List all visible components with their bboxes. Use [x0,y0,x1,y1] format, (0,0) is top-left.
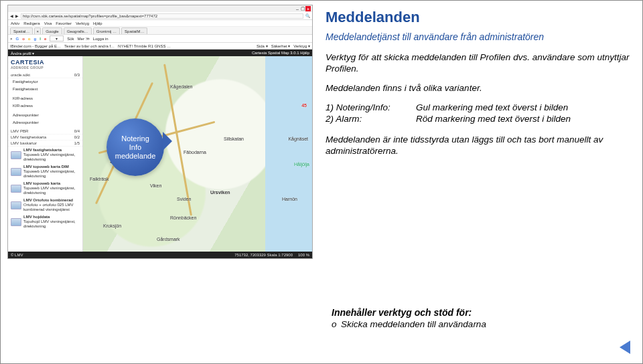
menu-redigera[interactable]: Redigera [23,21,40,25]
map-label-45: 45 [301,103,307,108]
fav-nyhet[interactable]: NYHET! Trimble R1 GNSS … [118,44,171,48]
search-button[interactable]: Sök [67,37,74,41]
sidebar-item-fastighetstext[interactable]: Fastighetstext [8,86,82,93]
sidebar: CARTESIA ADDNODE GROUP oracle.sökt0/3 Fa… [8,56,83,252]
callout-line1: Notering [121,134,149,143]
mer-button[interactable]: Mer ≫ [78,36,90,41]
sidebar-lmv-baskartor[interactable]: LMV baskartor1/5 [8,141,82,147]
fav-ibinder[interactable]: IBinder.com - Bygger på E… [10,44,61,48]
map-label-ursviken: Ursviken [210,190,230,195]
tab-spatial[interactable]: Spatial… [10,27,33,34]
callout-bubble: Notering Info meddelande [106,118,164,176]
tools-box-item: Skicka meddelanden till användarna [332,319,626,329]
variant-notering-key: 1) Notering/Info: [326,102,416,113]
variant-alarm: 2) Alarm: Röd markering med text överst … [326,113,633,124]
map-label-kagnaset: Kågnäset [288,136,308,141]
window-titlebar: – ▢ × [8,5,312,12]
map-label-sillskatan: Sillskatan [224,136,244,141]
prev-slide-arrow-icon[interactable] [620,341,630,354]
google-toolbar: × Google ▾ Sök Mer ≫ Logga in [8,35,312,43]
verktyg-menu[interactable]: Verktyg ▾ [293,43,310,48]
status-bar: © LMV 751732, 7203329 Skala 1:72900 100 … [8,252,312,258]
forward-icon[interactable]: ▶ [15,13,19,18]
menu-hjalp[interactable]: Hjälp [93,21,102,25]
url-field[interactable]: http://csm.sbk.cartesia.se/spatialmap?pr… [21,13,303,19]
callout-line3: meddelande [115,152,156,161]
fav-tester[interactable]: Tester av bilar och andra f… [64,44,115,48]
sakerhet-menu[interactable]: Säkerhet ▾ [271,43,291,48]
menu-favoriter[interactable]: Favoriter [56,21,72,25]
sea [265,56,312,252]
variant-alarm-key: 2) Alarm: [326,113,416,124]
address-bar: ◀ ▶ http://csm.sbk.cartesia.se/spatialma… [8,12,312,20]
map-label-fabodarna: Fäbodarna [184,150,206,155]
change-profile[interactable]: Ändra profil ▾ [11,51,34,56]
paragraph-variants: Meddelanden finns i två olika varianter. [326,82,633,94]
sidebar-lmv-pbr[interactable]: LMV PBR0/4 [8,128,82,134]
menu-visa[interactable]: Visa [44,21,52,25]
variant-notering: 1) Notering/Info: Gul markering med text… [326,102,633,113]
map-label-sviden: Sviden [177,197,191,201]
tools-box: Innehåller verktyg och stöd för: Skicka … [325,303,633,333]
browser-menu: Arkiv Redigera Visa Favoriter Verktyg Hj… [8,20,312,27]
callout-line2: Info [129,143,141,152]
back-icon[interactable]: ◀ [10,13,13,18]
tab-geografis[interactable]: Geografis… [64,27,92,34]
sidebar-item-adress2[interactable]: Adresspunkter [8,119,82,126]
sidebar-item-fastighetsytor[interactable]: Fastighetsytor [8,78,82,86]
sidebar-item-kir1[interactable]: KIR-adress [8,95,82,102]
layer-row[interactable]: LMV topoweb karta DIMTopoweb LMV visning… [8,163,82,180]
window-min-icon[interactable]: – [295,6,300,11]
map-label-gardsmark: Gårdsmark [157,237,180,242]
sida-menu[interactable]: Sida ▾ [257,43,268,48]
browser-tabs: Spatial… × Google Geografis… Grontmij … … [8,27,312,35]
layer-row[interactable]: LMV topoweb kartaTopoweb LMV visningstjä… [8,180,82,197]
search-icon[interactable]: 🔍 [305,13,310,18]
map-label-haljolja: Håljölja [294,162,309,167]
tab-close-icon[interactable]: × [34,27,41,34]
map-label-ronnbacken: Rönnbäcken [170,215,196,220]
tab-google[interactable]: Google [42,27,62,34]
menu-verktyg[interactable]: Verktyg [76,21,89,25]
window-max-icon[interactable]: ▢ [300,6,305,11]
map-label-krokjon: Kroksjön [103,223,121,228]
map-label-harnon: Harnön [282,197,297,201]
text-column: Meddelanden Meddelandetjänst till använd… [326,9,633,165]
map-label-falktrask: Falkträsk [90,177,109,181]
status-coords: 751732, 7203329 Skala 1:72900 [234,253,293,257]
sidebar-item-adress1[interactable]: Adresspunkter [8,112,82,119]
tab-spatialm[interactable]: SpatialM… [121,27,147,34]
favorites-bar: IBinder.com - Bygger på E… Tester av bil… [8,43,312,50]
layer-row[interactable]: LMV fastighetskartaTopoweb LMV visningst… [8,147,82,163]
sidebar-lmv-fastighet[interactable]: LMV fastighetskarta0/2 [8,134,82,141]
page-subtitle: Meddelandetjänst till användare från adm… [326,31,633,42]
layer-row[interactable]: LMV Ortofoto kombineradOrtofoto + ortofo… [8,197,82,213]
map-label-viken: Viken [150,183,161,188]
sidebar-item-kir2[interactable]: KIR-adress [8,102,82,110]
status-copyright: © LMV [11,253,23,257]
tools-box-header: Innehåller verktyg och stöd för: [332,307,626,318]
logga-in-button[interactable]: Logga in [93,37,109,41]
window-close-icon[interactable]: × [305,6,311,11]
app-topbar: Ändra profil ▾ Cartesia Spatial Map 3.0.… [8,50,312,56]
variant-notering-val: Gul markering med text överst i bilden [416,102,633,113]
page-title: Meddelanden [326,9,633,26]
paragraph-tidsstyrda: Meddelanden är inte tidsstyrda utan lägg… [326,134,633,157]
google-search[interactable]: ▾ [50,35,64,41]
app-version: Cartesia Spatial Map 3.0.1 Hjälp [252,51,309,55]
sidebar-search[interactable]: oracle.sökt0/3 [8,72,82,78]
menu-arkiv[interactable]: Arkiv [11,21,19,25]
cartesia-logo: CARTESIA ADDNODE GROUP [8,56,82,72]
slide: – ▢ × ◀ ▶ http://csm.sbk.cartesia.se/spa… [0,0,643,364]
variant-alarm-val: Röd markering med text överst i bilden [416,113,633,124]
paragraph-intro: Verktyg för att skicka meddelanden till … [326,52,633,74]
layer-row[interactable]: LMV hojddataTopohojd LMV visningstjänst,… [8,213,82,230]
app-screenshot: – ▢ × ◀ ▶ http://csm.sbk.cartesia.se/spa… [7,5,313,259]
status-zoom: 100 % [298,253,309,257]
map-label-kagedelen: Kågedalen [170,84,192,89]
tab-grontmij[interactable]: Grontmij … [93,27,120,34]
